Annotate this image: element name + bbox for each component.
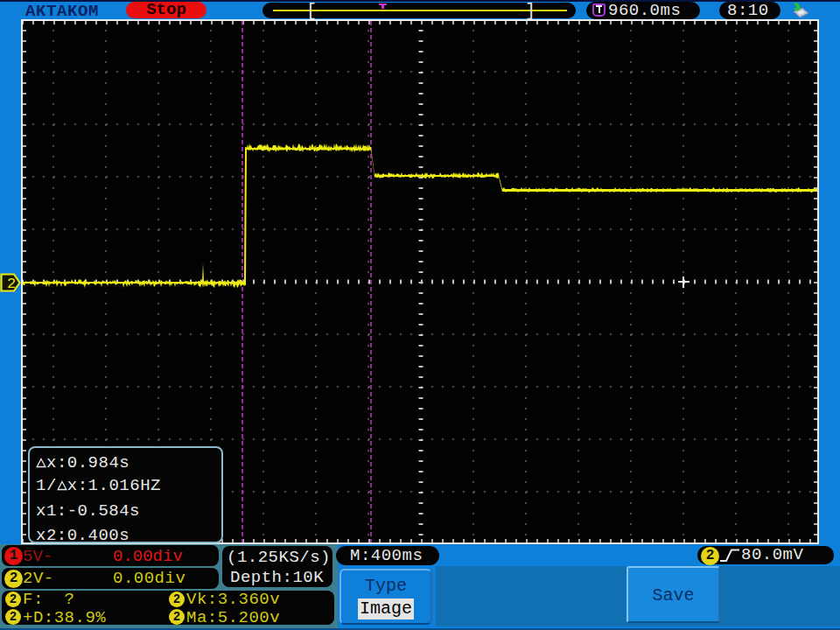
svg-text:2: 2	[7, 276, 16, 292]
